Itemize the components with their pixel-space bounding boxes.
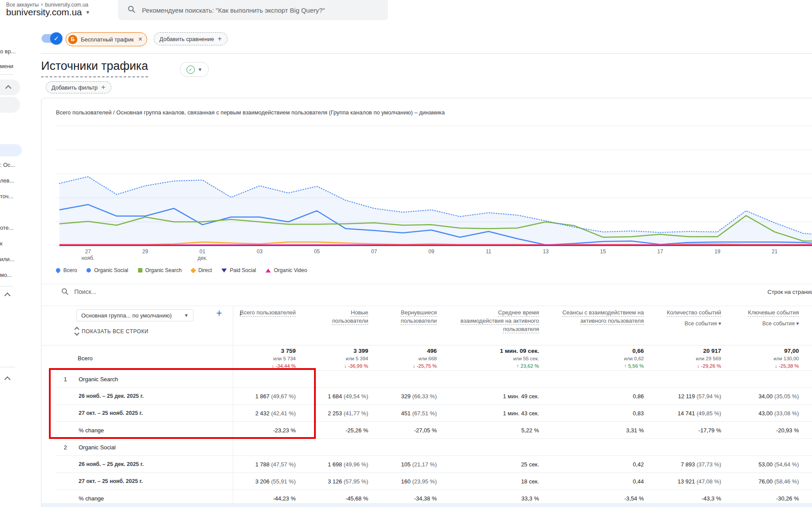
nav-item-truncated[interactable]: оте...	[0, 224, 18, 231]
nav-item-truncated[interactable]: мо...	[0, 272, 18, 278]
account-selector[interactable]: buniversity.com.ua ▼	[6, 7, 90, 17]
divider	[0, 74, 13, 75]
plus-icon: +	[218, 34, 222, 43]
column-header-1[interactable]: Всего пользователей	[233, 308, 316, 333]
report-status-pill[interactable]: ✓ ▼	[180, 62, 209, 77]
date-range-row[interactable]: 27 окт. – 25 нояб. 2025 г.2 432 (42,41 %…	[56, 404, 812, 421]
row-label: 27 окт. – 25 нояб. 2025 г.	[56, 410, 143, 416]
metric-cell: 160 (23,95 %)	[388, 478, 457, 485]
date-range-row[interactable]: 27 окт. – 25 нояб. 2025 г.3 206 (55,91 %…	[56, 473, 812, 490]
metric-cell: 1 698 (49,96 %)	[316, 461, 388, 468]
column-header-6[interactable]: Количество событийВсе события ▾	[664, 308, 741, 333]
channel-name: Organic Search	[79, 376, 118, 383]
square-marker-icon	[138, 268, 142, 272]
chevron-up-icon	[4, 293, 10, 299]
divider	[41, 306, 812, 306]
column-header-label: Новые пользователи	[316, 308, 368, 325]
total-area-fill	[59, 177, 812, 246]
search-icon	[128, 5, 136, 15]
nav-pill[interactable]	[0, 97, 20, 113]
percent-change-row[interactable]: % change-23,23 %-25,26 %-27,05 %5,22 %3,…	[56, 421, 812, 438]
column-header-label: Среднее время взаимодействия на активног…	[457, 308, 539, 333]
legend-item-organic-video: Organic Video	[266, 267, 307, 273]
collapse-chevron[interactable]	[5, 292, 10, 300]
legend-item-organic-social: Organic Social	[86, 267, 128, 273]
metric-cell: 329 (66,33 %)	[388, 393, 457, 400]
nav-item-truncated[interactable]: мени	[0, 63, 18, 69]
nav-item-truncated[interactable]: о вр...	[0, 48, 18, 55]
account-name: buniversity.com.ua	[6, 7, 82, 17]
column-header-2[interactable]: Новые пользователи	[316, 308, 388, 333]
dimension-select[interactable]: Основная группа... по умолчанию) ▼	[76, 309, 193, 321]
show-all-rows-button[interactable]: ПОКАЗАТЬ ВСЕ СТРОКИ	[75, 328, 149, 335]
date-range-row[interactable]: 26 нояб. – 25 дек. 2025 г.1 788 (47,57 %…	[56, 455, 812, 473]
table-search-input[interactable]: Поиск...	[74, 288, 96, 295]
metric-cell: 105 (21,17 %)	[388, 461, 457, 468]
nav-item-truncated[interactable]: или...	[0, 256, 18, 262]
legend-label: Organic Search	[145, 267, 182, 273]
metric-cell: -27,05 %	[388, 427, 457, 434]
collapse-chevron[interactable]	[5, 376, 10, 383]
metric-cell: 0,83	[559, 410, 664, 417]
add-comparison-button[interactable]: Добавить сравнение +	[154, 32, 228, 45]
totals-cell: 20 917или 29 569↓ -29,26 %	[664, 346, 741, 370]
row-label: % change	[56, 495, 104, 502]
nav-selected-pill[interactable]	[0, 144, 22, 156]
comparison-toggle[interactable]: ✓	[41, 34, 61, 43]
row-label: % change	[56, 427, 104, 434]
totals-cell: 3 399или 5 394↓ -36,99 %	[316, 346, 388, 370]
channel-row-organic-search[interactable]: 1Organic Search	[56, 370, 812, 387]
nav-item-truncated[interactable]: точ...	[0, 193, 18, 200]
date-range-row[interactable]: 26 нояб. – 25 дек. 2025 г.1 867 (49,67 %…	[56, 387, 812, 404]
add-comparison-label: Добавить сравнение	[159, 36, 214, 42]
metric-cell: 76,00 (58,46 %)	[741, 478, 812, 485]
search-suggestion-bar[interactable]: Рекомендуем поискать: "Как выполнить экс…	[118, 0, 388, 20]
column-header-3[interactable]: Вернувшиеся пользователи	[388, 308, 457, 333]
channel-row-organic-social[interactable]: 2Organic Social	[56, 438, 812, 455]
x-axis-tick-sub: нояб.	[81, 255, 94, 261]
segment-chip-free-traffic[interactable]: Б Бесплатный трафик ×	[66, 32, 147, 46]
close-icon[interactable]: ×	[138, 35, 142, 44]
metric-cell: 2 253 (41,77 %)	[316, 410, 388, 417]
table-body: 1Organic Search26 нояб. – 25 дек. 2025 г…	[56, 370, 812, 507]
rows-per-page-label[interactable]: Строк на странице	[767, 289, 812, 295]
metric-cell: -3,54 %	[559, 495, 664, 502]
dimension-select-value: Основная группа... по умолчанию)	[81, 312, 172, 319]
row-label: 26 нояб. – 25 дек. 2025 г.	[56, 461, 144, 467]
metric-cell: 2 432 (42,41 %)	[233, 410, 316, 417]
table-column-headers: Всего пользователейНовые пользователиВер…	[233, 308, 812, 333]
metric-cell: 13 921 (47,08 %)	[664, 478, 741, 485]
x-axis-tick: 07	[371, 248, 377, 255]
column-header-4[interactable]: Среднее время взаимодействия на активног…	[457, 308, 559, 333]
metric-cell: 0,42	[559, 461, 664, 468]
metric-cell: 1 мин. 43 сек.	[457, 410, 559, 417]
add-column-button[interactable]: +	[216, 307, 222, 319]
totals-cell: 0,66или 0,62↑ 5,56 %	[559, 346, 664, 370]
row-number: 2	[56, 444, 79, 451]
metric-cell: 14 741 (49,85 %)	[664, 410, 741, 417]
metric-cell: 53,00 (54,64 %)	[741, 461, 812, 468]
event-scope-select[interactable]: Все события ▾	[664, 320, 721, 328]
drop-marker-icon	[55, 267, 61, 273]
metric-cell: 1 мин. 49 сек.	[457, 393, 559, 400]
chevron-up-icon	[4, 376, 10, 383]
column-header-7[interactable]: Ключевые событияВсе события ▾	[741, 308, 812, 333]
page-title[interactable]: Источники трафика	[41, 59, 148, 77]
x-axis-tick: 19	[715, 248, 721, 255]
nav-item-truncated[interactable]: лев...	[0, 177, 18, 184]
nav-item-truncated[interactable]: к	[0, 240, 18, 247]
totals-cell: 97,00или 130,00↓ -25,38 %	[741, 346, 812, 370]
metric-cell: 3 206 (55,91 %)	[233, 478, 316, 485]
add-filter-button[interactable]: Добавить фильтр +	[46, 81, 111, 93]
event-scope-select[interactable]: Все события ▾	[741, 320, 799, 328]
timeseries-chart: 27нояб.2901дек.03050709111315171921	[56, 121, 812, 266]
x-axis-tick: 17	[657, 248, 663, 255]
column-header-label: Количество событий	[664, 308, 721, 317]
metric-cell: 12 119 (57,94 %)	[664, 393, 741, 400]
x-axis-tick-sub: дек.	[197, 255, 207, 261]
column-header-5[interactable]: Сеансы с взаимодействием на активного по…	[559, 308, 664, 333]
metric-cell: 3 126 (57,95 %)	[316, 478, 388, 485]
nav-item-truncated[interactable]: : Ос...	[0, 162, 18, 168]
nav-collapse-pill[interactable]	[0, 79, 20, 95]
metric-cell: -44,23 %	[233, 495, 316, 502]
